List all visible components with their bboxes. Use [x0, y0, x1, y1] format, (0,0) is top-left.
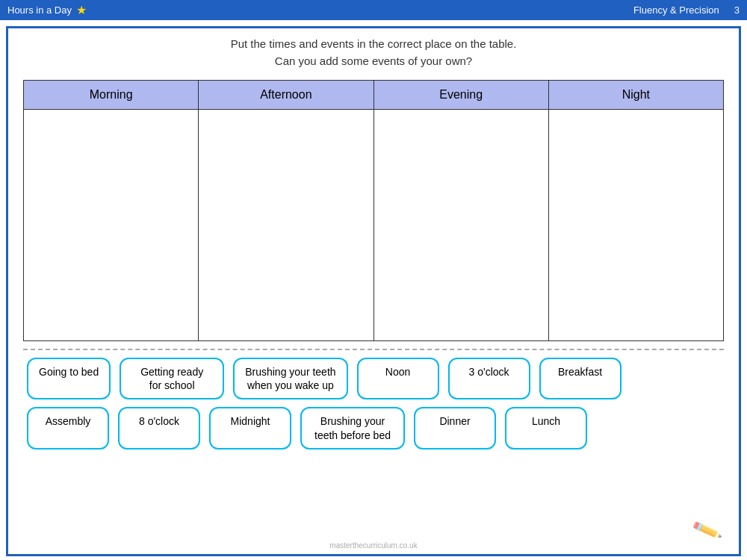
page-header: Hours in a Day ★ Fluency & Precision 3 [0, 0, 747, 20]
pencil-icon: ✏️ [690, 514, 723, 547]
card-getting-ready[interactable]: Getting readyfor school [120, 358, 224, 399]
instruction-line2: Can you add some events of your own? [23, 53, 724, 70]
col-morning: Morning [24, 81, 199, 110]
cards-row-1: Going to bed Getting readyfor school Bru… [23, 358, 724, 399]
col-night: Night [548, 81, 723, 110]
card-going-to-bed[interactable]: Going to bed [27, 358, 111, 399]
instructions: Put the times and events in the correct … [23, 36, 724, 69]
col-afternoon: Afternoon [199, 81, 374, 110]
star-icon: ★ [76, 3, 87, 17]
cell-evening[interactable] [374, 110, 548, 341]
time-table: Morning Afternoon Evening Night [23, 80, 724, 341]
page-number: 3 [734, 4, 740, 16]
col-evening: Evening [374, 81, 548, 110]
card-8-oclock[interactable]: 8 o'clock [118, 407, 200, 449]
card-breakfast[interactable]: Breakfast [539, 358, 622, 399]
card-lunch[interactable]: Lunch [505, 407, 587, 449]
cards-row-2: Assembly 8 o'clock Midnight Brushing you… [23, 407, 724, 449]
card-assembly[interactable]: Assembly [27, 407, 109, 449]
card-midnight[interactable]: Midnight [209, 407, 291, 449]
card-brushing-wake[interactable]: Brushing your teethwhen you wake up [233, 358, 347, 399]
card-dinner[interactable]: Dinner [414, 407, 496, 449]
footer-website: masterthecurriculum.co.uk [329, 541, 417, 550]
header-right: Fluency & Precision 3 [633, 4, 740, 16]
instruction-line1: Put the times and events in the correct … [23, 36, 724, 53]
section-label: Fluency & Precision [633, 4, 719, 16]
page-title: Hours in a Day [7, 4, 72, 16]
cards-area: Going to bed Getting readyfor school Bru… [23, 358, 724, 449]
separator [23, 349, 724, 350]
cell-night[interactable] [548, 110, 723, 341]
main-content: Put the times and events in the correct … [6, 26, 741, 556]
card-3-oclock[interactable]: 3 o'clock [448, 358, 530, 399]
header-left: Hours in a Day ★ [7, 3, 87, 17]
card-brushing-bed[interactable]: Brushing yourteeth before bed [300, 407, 405, 449]
cell-afternoon[interactable] [199, 110, 374, 341]
cell-morning[interactable] [24, 110, 199, 341]
card-noon[interactable]: Noon [357, 358, 439, 399]
